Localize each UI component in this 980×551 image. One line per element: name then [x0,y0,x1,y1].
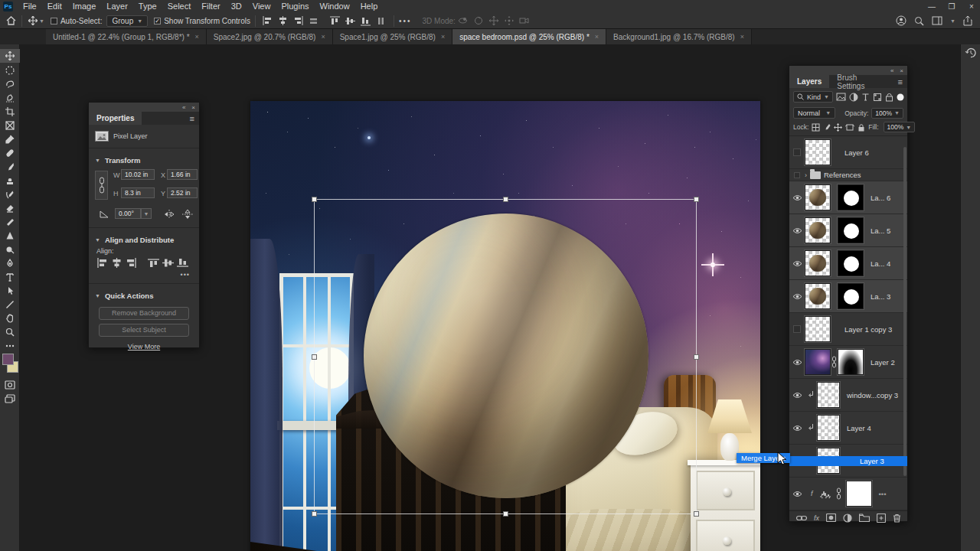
workspace-chevron-icon[interactable]: ▼ [950,18,956,24]
transform-handle[interactable] [694,511,699,517]
select-subject-button[interactable]: Select Subject [99,324,189,337]
layer-row[interactable]: Layer 6 [789,136,907,169]
align-right-edges-icon[interactable] [291,16,306,25]
move-tool-preset-icon[interactable] [27,15,39,26]
blur-tool[interactable] [0,229,20,243]
filter-kind-dropdown[interactable]: Kind ▼ [793,91,833,103]
window-restore-button[interactable]: ❐ [943,2,960,11]
layer-row[interactable]: Layer 2 [789,346,907,379]
align-horizontal-centers-icon[interactable] [276,16,291,25]
layer-mask-thumbnail[interactable] [838,283,864,309]
align-vertical-centers-icon[interactable] [162,258,174,268]
delete-layer-icon[interactable] [893,514,901,523]
distribute-vertical-icon[interactable] [374,16,389,26]
window-close-button[interactable]: × [963,2,980,11]
pen-tool[interactable] [0,256,20,270]
edit-toolbar-icon[interactable] [0,339,20,353]
menu-type[interactable]: Type [133,0,162,13]
visibility-toggle-off[interactable] [794,172,800,178]
layer-effects-icon[interactable]: fx [814,514,819,522]
menu-image[interactable]: Image [67,0,102,13]
visibility-toggle-on[interactable] [789,425,805,432]
new-group-icon[interactable] [859,514,870,522]
menu-3d[interactable]: 3D [226,0,247,13]
filter-smart-objects-icon[interactable] [885,93,893,102]
visibility-toggle-off[interactable] [793,148,801,156]
tab-brush-settings[interactable]: Brush Settings [829,75,893,88]
height-field[interactable]: 8.3 in [121,187,155,198]
layer-mask-thumbnail[interactable] [838,217,864,243]
lock-pixels-icon[interactable] [823,123,831,132]
align-right-edges-icon[interactable] [126,258,137,268]
move-tool[interactable] [0,49,20,63]
tab-close-icon[interactable]: × [740,33,744,41]
flip-horizontal-icon[interactable] [164,210,175,219]
lock-position-icon[interactable] [834,123,842,132]
flip-vertical-icon[interactable] [182,210,193,219]
tab-background1[interactable]: Background1.jpg @ 16.7% (RGB/8)× [606,29,752,44]
layer-thumbnail[interactable] [805,283,831,309]
view-more-link[interactable]: View More [89,343,199,350]
transform-handle[interactable] [694,197,699,202]
adjustment-layer-row[interactable]: f ••• [789,478,907,510]
filter-toggle-icon[interactable] [897,93,904,101]
opacity-dropdown[interactable]: 100%▼ [871,108,903,119]
lock-all-icon[interactable] [858,123,865,132]
window-minimize-button[interactable]: — [923,2,940,11]
show-transform-checkbox[interactable]: ✓ [154,18,161,24]
menu-layer[interactable]: Layer [101,0,133,13]
menu-file[interactable]: File [18,0,42,13]
layer-group-row[interactable]: › References [789,169,907,181]
tool-preset-chevron-icon[interactable]: ▼ [39,18,44,24]
menu-filter[interactable]: Filter [196,0,225,13]
filter-type-layers-icon[interactable] [861,93,870,101]
fill-dropdown[interactable]: 100%▼ [884,122,916,132]
group-expand-caret[interactable]: › [805,171,807,179]
menu-window[interactable]: Window [315,0,355,13]
quick-actions-section-header[interactable]: ▼Quick Actions [89,287,199,303]
panel-menu-icon[interactable]: ≡ [185,112,199,125]
mask-link-icon[interactable] [836,487,841,500]
eyedropper-tool[interactable] [0,132,20,146]
visibility-toggle-on[interactable] [789,392,805,399]
tab-space1[interactable]: Space1.jpg @ 25% (RGB/8)× [333,29,452,44]
new-layer-icon[interactable] [877,514,886,523]
panel-close-icon[interactable]: × [900,67,903,74]
workspace-icon[interactable] [932,16,942,25]
align-bottom-edges-icon[interactable] [177,258,188,268]
remove-background-button[interactable]: Remove Background [99,307,189,320]
layer-row[interactable]: La... 4 [789,247,907,280]
blend-mode-dropdown[interactable]: Normal▼ [793,107,835,119]
lock-artboard-icon[interactable] [845,123,854,132]
layer-thumbnail[interactable] [805,217,831,243]
layer-row[interactable]: Layer 4 [789,412,907,445]
layer-row[interactable]: Layer 1 copy 3 [789,313,907,346]
align-left-edges-icon[interactable] [96,258,108,268]
visibility-toggle-on[interactable] [789,491,805,497]
layer-row[interactable]: window...copy 3 [789,379,907,412]
align-horizontal-centers-icon[interactable] [111,258,122,268]
healing-brush-tool[interactable] [0,146,20,160]
panel-collapse-icon[interactable]: « [890,67,893,74]
lock-transparency-icon[interactable] [812,123,820,132]
dodge-tool[interactable] [0,243,20,256]
transform-bounding-box[interactable] [314,199,697,514]
tab-close-icon[interactable]: × [595,33,599,41]
align-vertical-centers-icon[interactable] [343,16,358,26]
panel-menu-icon[interactable]: ≡ [893,75,907,88]
visibility-toggle-on[interactable] [789,359,805,366]
frame-tool[interactable] [0,119,20,132]
align-top-edges-icon[interactable] [328,16,343,26]
foreground-color-swatch[interactable] [2,354,14,365]
transform-handle[interactable] [312,511,317,517]
visibility-toggle-on[interactable] [789,293,805,300]
tab-untitled-1[interactable]: Untitled-1 @ 22.4% (Group 1, RGB/8*) *× [46,29,207,44]
quick-mask-icon[interactable] [0,378,20,392]
clone-stamp-tool[interactable] [0,174,20,187]
panel-close-icon[interactable]: × [191,104,195,111]
layer-row[interactable]: La... 6 [789,181,907,214]
menu-view[interactable]: View [247,0,276,13]
layer-thumbnail[interactable] [817,415,840,441]
lasso-tool[interactable] [0,77,20,91]
tab-space2[interactable]: Space2.jpg @ 20.7% (RGB/8)× [207,29,333,44]
